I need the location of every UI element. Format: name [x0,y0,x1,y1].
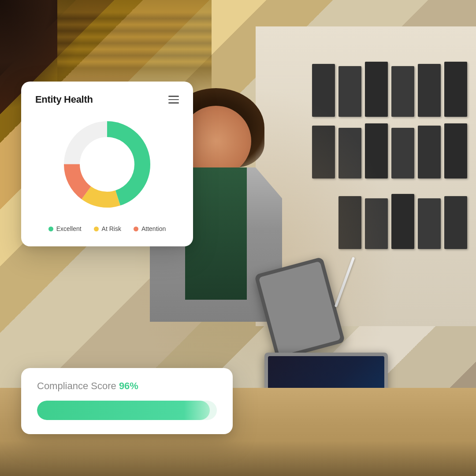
donut-chart [59,116,156,213]
legend-item-attention: Attention [134,225,166,232]
compliance-title-prefix: Compliance Score [37,380,116,391]
entity-health-title: Entity Health [35,94,93,105]
legend-item-excellent: Excellent [48,225,82,232]
binder [418,64,441,117]
legend-item-at-risk: At Risk [94,225,121,232]
binder [444,62,467,117]
legend-dot-at-risk [94,227,99,231]
compliance-score-value: 96% [119,380,138,391]
binder [418,126,441,178]
compliance-score-card: Compliance Score 96% [21,368,233,434]
legend-dot-excellent [48,227,53,231]
chart-legend: Excellent At Risk Attention [35,225,179,232]
compliance-title: Compliance Score 96% [37,380,217,392]
card-header: Entity Health [35,94,179,105]
binder [418,198,441,249]
progress-bar-fill [37,401,210,420]
legend-dot-attention [134,227,138,231]
person-shirt [185,167,247,300]
legend-label-at-risk: At Risk [102,225,121,232]
progress-bar-background [37,401,217,420]
binder [444,123,467,178]
donut-chart-container [35,116,179,213]
floor-shadow [0,441,476,476]
binder [444,196,467,249]
menu-icon[interactable] [168,96,179,104]
entity-health-card: Entity Health Excellent At Risk [21,82,193,246]
legend-label-excellent: Excellent [56,225,82,232]
legend-label-attention: Attention [141,225,166,232]
